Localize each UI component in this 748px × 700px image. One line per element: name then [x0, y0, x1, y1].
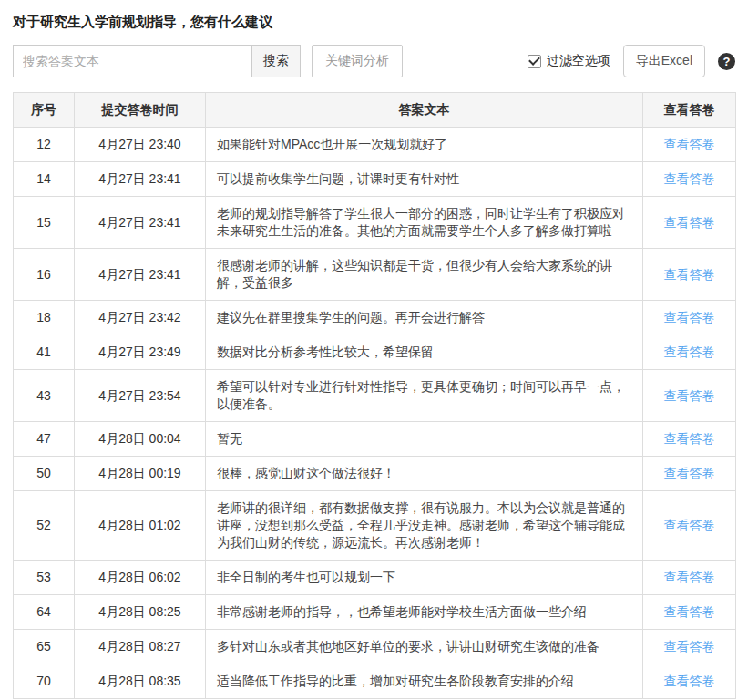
submit-time: 4月27日 23:41: [75, 249, 206, 301]
table-row: 47 4月28日 00:04 暂无 查看答卷: [14, 422, 736, 457]
checkbox-icon[interactable]: [528, 55, 541, 68]
submit-time: 4月27日 23:54: [75, 370, 206, 422]
answer-text: 希望可以针对专业进行针对性指导，更具体更确切；时间可以再早一点，以便准备。: [206, 370, 643, 422]
view-answer-link[interactable]: 查看答卷: [664, 267, 715, 282]
view-answer-link[interactable]: 查看答卷: [664, 388, 715, 403]
column-header-submit-time: 提交答卷时间: [75, 93, 206, 128]
table-header-row: 序号 提交答卷时间 答案文本 查看答卷: [14, 93, 736, 128]
table-row: 50 4月28日 00:19 很棒，感觉山财这个做法很好！ 查看答卷: [14, 457, 736, 491]
row-number: 15: [14, 197, 75, 249]
view-answer-link[interactable]: 查看答卷: [664, 604, 715, 619]
submit-time: 4月28日 08:25: [75, 595, 206, 630]
view-answer-link[interactable]: 查看答卷: [664, 674, 715, 688]
row-number: 12: [14, 128, 75, 162]
table-row: 52 4月28日 01:02 老师讲的很详细，都有数据做支撑，很有说服力。本以为…: [14, 491, 736, 561]
answer-text: 多针对山东或者其他地区好单位的要求，讲讲山财研究生该做的准备: [206, 630, 643, 664]
row-number: 14: [14, 162, 75, 197]
row-number: 52: [14, 491, 75, 561]
filter-empty-option[interactable]: 过滤空选项: [528, 53, 610, 69]
row-number: 43: [14, 370, 75, 422]
row-number: 50: [14, 457, 75, 491]
view-answer-link[interactable]: 查看答卷: [664, 639, 715, 654]
view-answer-link[interactable]: 查看答卷: [664, 215, 715, 230]
row-number: 18: [14, 301, 75, 335]
submit-time: 4月28日 00:04: [75, 422, 206, 457]
page: 对于研究生入学前规划指导，您有什么建议 搜索 关键词分析 过滤空选项 导出Exc…: [0, 0, 748, 699]
answer-text: 老师的规划指导解答了学生很大一部分的困惑，同时让学生有了积极应对未来研究生生活的…: [206, 197, 643, 249]
table-row: 53 4月28日 06:02 非全日制的考生也可以规划一下 查看答卷: [14, 561, 736, 595]
row-number: 70: [14, 664, 75, 699]
filter-empty-label: 过滤空选项: [547, 53, 610, 69]
page-title: 对于研究生入学前规划指导，您有什么建议: [13, 14, 735, 30]
answer-text: 暂无: [206, 422, 643, 457]
submit-time: 4月27日 23:40: [75, 128, 206, 162]
column-header-answer-text: 答案文本: [206, 93, 643, 128]
view-answer-link[interactable]: 查看答卷: [664, 570, 715, 584]
table-row: 18 4月27日 23:42 建议先在群里搜集学生的问题。再开会进行解答 查看答…: [14, 301, 736, 335]
answer-text: 可以提前收集学生问题，讲课时更有针对性: [206, 162, 643, 197]
toolbar-right: 过滤空选项 导出Excel ?: [528, 45, 735, 77]
search-input[interactable]: [13, 45, 252, 77]
row-number: 16: [14, 249, 75, 301]
table-row: 43 4月27日 23:54 希望可以针对专业进行针对性指导，更具体更确切；时间…: [14, 370, 736, 422]
submit-time: 4月28日 00:19: [75, 457, 206, 491]
view-answer-link[interactable]: 查看答卷: [664, 137, 715, 151]
answer-text: 如果能针对MPAcc也开展一次规划就好了: [206, 128, 643, 162]
row-number: 65: [14, 630, 75, 664]
view-answer-link[interactable]: 查看答卷: [664, 466, 715, 480]
row-number: 64: [14, 595, 75, 630]
keyword-analysis-button[interactable]: 关键词分析: [312, 45, 403, 77]
view-answer-link[interactable]: 查看答卷: [664, 431, 715, 446]
table-body: 12 4月27日 23:40 如果能针对MPAcc也开展一次规划就好了 查看答卷…: [14, 128, 736, 699]
view-answer-link[interactable]: 查看答卷: [664, 345, 715, 359]
export-excel-button[interactable]: 导出Excel: [623, 45, 705, 77]
table-row: 16 4月27日 23:41 很感谢老师的讲解，这些知识都是干货，但很少有人会给…: [14, 249, 736, 301]
answer-text: 老师讲的很详细，都有数据做支撑，很有说服力。本以为会议就是普通的讲座，没想到那么…: [206, 491, 643, 561]
answers-table: 序号 提交答卷时间 答案文本 查看答卷 12 4月27日 23:40 如果能针对…: [13, 92, 736, 699]
submit-time: 4月28日 08:35: [75, 664, 206, 699]
help-icon[interactable]: ?: [718, 53, 735, 70]
submit-time: 4月28日 01:02: [75, 491, 206, 561]
submit-time: 4月28日 08:27: [75, 630, 206, 664]
table-row: 65 4月28日 08:27 多针对山东或者其他地区好单位的要求，讲讲山财研究生…: [14, 630, 736, 664]
row-number: 47: [14, 422, 75, 457]
table-row: 70 4月28日 08:35 适当降低工作指导的比重，增加对研究生各阶段教育安排…: [14, 664, 736, 699]
answer-text: 数据对比分析参考性比较大，希望保留: [206, 335, 643, 370]
view-answer-link[interactable]: 查看答卷: [664, 310, 715, 324]
submit-time: 4月27日 23:49: [75, 335, 206, 370]
answer-text: 适当降低工作指导的比重，增加对研究生各阶段教育安排的介绍: [206, 664, 643, 699]
table-row: 41 4月27日 23:49 数据对比分析参考性比较大，希望保留 查看答卷: [14, 335, 736, 370]
answer-text: 很棒，感觉山财这个做法很好！: [206, 457, 643, 491]
submit-time: 4月27日 23:42: [75, 301, 206, 335]
column-header-view-answer: 查看答卷: [643, 93, 736, 128]
answer-text: 建议先在群里搜集学生的问题。再开会进行解答: [206, 301, 643, 335]
view-answer-link[interactable]: 查看答卷: [664, 171, 715, 186]
search-group: 搜索: [13, 45, 301, 77]
table-row: 64 4月28日 08:25 非常感谢老师的指导，，也希望老师能对学校生活方面做…: [14, 595, 736, 630]
table-row: 12 4月27日 23:40 如果能针对MPAcc也开展一次规划就好了 查看答卷: [14, 128, 736, 162]
submit-time: 4月28日 06:02: [75, 561, 206, 595]
answer-text: 非全日制的考生也可以规划一下: [206, 561, 643, 595]
row-number: 53: [14, 561, 75, 595]
submit-time: 4月27日 23:41: [75, 162, 206, 197]
column-header-number: 序号: [14, 93, 75, 128]
search-button[interactable]: 搜索: [251, 45, 301, 77]
answer-text: 很感谢老师的讲解，这些知识都是干货，但很少有人会给大家系统的讲解，受益很多: [206, 249, 643, 301]
table-row: 14 4月27日 23:41 可以提前收集学生问题，讲课时更有针对性 查看答卷: [14, 162, 736, 197]
view-answer-link[interactable]: 查看答卷: [664, 518, 715, 532]
answer-text: 非常感谢老师的指导，，也希望老师能对学校生活方面做一些介绍: [206, 595, 643, 630]
table-row: 15 4月27日 23:41 老师的规划指导解答了学生很大一部分的困惑，同时让学…: [14, 197, 736, 249]
row-number: 41: [14, 335, 75, 370]
submit-time: 4月27日 23:41: [75, 197, 206, 249]
toolbar: 搜索 关键词分析 过滤空选项 导出Excel ?: [13, 45, 735, 77]
